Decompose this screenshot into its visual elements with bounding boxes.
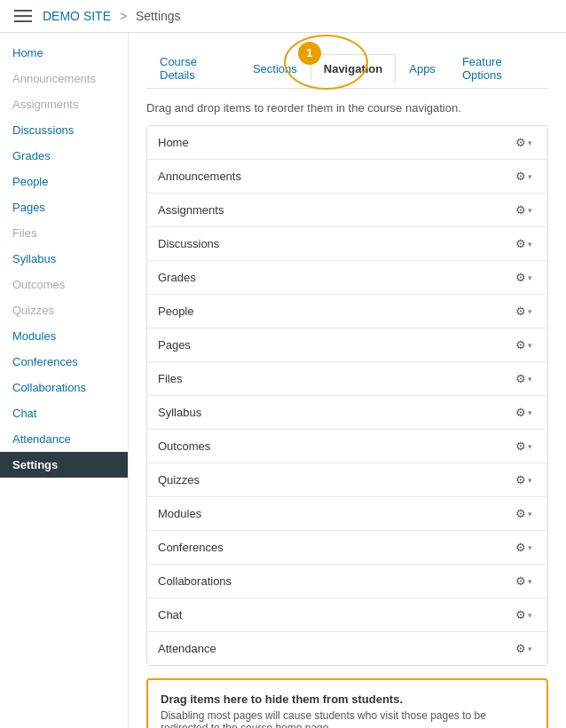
sidebar-item-discussions[interactable]: Discussions xyxy=(0,117,128,143)
nav-item: Outcomes ⚙ ▾ xyxy=(147,430,547,463)
nav-item-gear[interactable]: ⚙ ▾ xyxy=(511,471,537,489)
sidebar-item-assignments: Assignments xyxy=(0,91,128,117)
nav-item-actions: ⚙ ▾ xyxy=(511,167,537,186)
nav-item-label: Collaborations xyxy=(158,574,232,588)
gear-icon: ⚙ xyxy=(515,608,526,621)
nav-item-actions: ⚙ ▾ xyxy=(511,572,537,590)
step1-badge: 1 xyxy=(298,42,321,65)
sidebar-item-pages[interactable]: Pages xyxy=(0,194,128,220)
chevron-down-icon: ▾ xyxy=(528,577,532,586)
sidebar-item-settings[interactable]: Settings xyxy=(0,452,128,478)
nav-item-label: Outcomes xyxy=(158,439,210,453)
chevron-down-icon: ▾ xyxy=(528,375,532,384)
nav-item-label: Syllabus xyxy=(158,406,201,419)
hidden-section-title: Drag items here to hide them from studen… xyxy=(161,692,534,706)
sidebar-item-chat[interactable]: Chat xyxy=(0,400,128,426)
nav-item: Grades ⚙ ▾ xyxy=(147,261,547,295)
nav-item-gear[interactable]: ⚙ ▾ xyxy=(511,403,537,422)
chevron-down-icon: ▾ xyxy=(528,442,532,451)
nav-item: Attendance ⚙ ▾ xyxy=(147,632,547,665)
nav-item-gear[interactable]: ⚙ ▾ xyxy=(511,302,537,320)
sidebar-item-quizzes: Quizzes xyxy=(0,297,128,323)
breadcrumb: DEMO SITE > Settings xyxy=(43,9,181,23)
gear-icon: ⚙ xyxy=(515,439,526,453)
settings-tabs: Course Details Sections 1 Navigation App… xyxy=(146,47,548,89)
gear-icon: ⚙ xyxy=(515,237,526,250)
nav-item-actions: ⚙ ▾ xyxy=(511,234,537,253)
nav-item: Pages ⚙ ▾ xyxy=(147,328,547,362)
nav-item-label: Attendance xyxy=(158,642,216,655)
active-nav-list: Home ⚙ ▾ Announcements ⚙ ▾ Assignments ⚙… xyxy=(146,125,548,666)
nav-item-actions: ⚙ ▾ xyxy=(511,471,537,489)
nav-item-gear[interactable]: ⚙ ▾ xyxy=(511,336,537,354)
nav-item-gear[interactable]: ⚙ ▾ xyxy=(511,369,537,388)
tab-course-details[interactable]: Course Details xyxy=(146,47,240,89)
sidebar-item-grades[interactable]: Grades xyxy=(0,143,128,169)
sidebar-item-collaborations[interactable]: Collaborations xyxy=(0,375,128,400)
sidebar-item-outcomes: Outcomes xyxy=(0,272,128,297)
nav-item: Announcements ⚙ ▾ xyxy=(147,160,547,194)
main-content: Course Details Sections 1 Navigation App… xyxy=(129,33,566,728)
hamburger-menu[interactable] xyxy=(14,10,32,22)
sidebar-item-syllabus[interactable]: Syllabus xyxy=(0,246,128,272)
main-layout: HomeAnnouncementsAssignmentsDiscussionsG… xyxy=(0,33,566,728)
chevron-down-icon: ▾ xyxy=(528,341,532,350)
nav-item-label: Assignments xyxy=(158,203,224,217)
nav-item: People ⚙ ▾ xyxy=(147,295,547,328)
nav-item-gear[interactable]: ⚙ ▾ xyxy=(511,639,537,658)
hidden-section: Drag items here to hide them from studen… xyxy=(146,678,548,728)
nav-item-actions: ⚙ ▾ xyxy=(511,201,537,219)
chevron-down-icon: ▾ xyxy=(528,206,532,215)
nav-item-label: Conferences xyxy=(158,541,224,554)
nav-item-label: Grades xyxy=(158,271,196,284)
sidebar-item-announcements: Announcements xyxy=(0,66,128,91)
gear-icon: ⚙ xyxy=(515,473,526,487)
nav-item-gear[interactable]: ⚙ ▾ xyxy=(511,504,537,523)
sidebar-item-conferences[interactable]: Conferences xyxy=(0,349,128,375)
nav-item-gear[interactable]: ⚙ ▾ xyxy=(511,538,537,557)
nav-item-gear[interactable]: ⚙ ▾ xyxy=(511,268,537,287)
nav-item-label: Announcements xyxy=(158,170,241,183)
gear-icon: ⚙ xyxy=(515,507,526,520)
nav-item: Syllabus ⚙ ▾ xyxy=(147,396,547,430)
nav-instruction: Drag and drop items to reorder them in t… xyxy=(146,101,548,115)
nav-item-label: Chat xyxy=(158,608,182,621)
sidebar-item-people[interactable]: People xyxy=(0,169,128,194)
nav-item-actions: ⚙ ▾ xyxy=(511,133,537,152)
chevron-down-icon: ▾ xyxy=(528,611,532,620)
chevron-down-icon: ▾ xyxy=(528,543,532,552)
tab-feature-options[interactable]: Feature Options xyxy=(449,47,548,89)
nav-item-gear[interactable]: ⚙ ▾ xyxy=(511,167,537,186)
nav-item-actions: ⚙ ▾ xyxy=(511,302,537,320)
chevron-down-icon: ▾ xyxy=(528,240,532,249)
header: DEMO SITE > Settings xyxy=(0,0,566,33)
nav-item-actions: ⚙ ▾ xyxy=(511,369,537,388)
gear-icon: ⚙ xyxy=(515,170,526,183)
nav-item-gear[interactable]: ⚙ ▾ xyxy=(511,605,537,624)
nav-item-label: Discussions xyxy=(158,237,219,250)
sidebar-item-attendance[interactable]: Attendance xyxy=(0,426,128,452)
tab-apps[interactable]: Apps xyxy=(396,54,449,83)
nav-item-gear[interactable]: ⚙ ▾ xyxy=(511,133,537,152)
chevron-down-icon: ▾ xyxy=(528,476,532,485)
nav-item-actions: ⚙ ▾ xyxy=(511,504,537,523)
sidebar-item-modules[interactable]: Modules xyxy=(0,323,128,349)
chevron-down-icon: ▾ xyxy=(528,307,532,316)
nav-item-actions: ⚙ ▾ xyxy=(511,336,537,354)
nav-item-actions: ⚙ ▾ xyxy=(511,639,537,658)
nav-item-gear[interactable]: ⚙ ▾ xyxy=(511,572,537,590)
nav-item-gear[interactable]: ⚙ ▾ xyxy=(511,437,537,455)
gear-icon: ⚙ xyxy=(515,338,526,352)
gear-icon: ⚙ xyxy=(515,136,526,149)
nav-item: Collaborations ⚙ ▾ xyxy=(147,565,547,598)
nav-item-actions: ⚙ ▾ xyxy=(511,437,537,455)
nav-item: Quizzes ⚙ ▾ xyxy=(147,463,547,497)
nav-item: Discussions ⚙ ▾ xyxy=(147,227,547,261)
nav-item-label: Files xyxy=(158,372,182,385)
nav-item-gear[interactable]: ⚙ ▾ xyxy=(511,234,537,253)
nav-item-gear[interactable]: ⚙ ▾ xyxy=(511,201,537,219)
tab-navigation[interactable]: Navigation xyxy=(311,54,396,83)
sidebar-item-files: Files xyxy=(0,220,128,246)
sidebar: HomeAnnouncementsAssignmentsDiscussionsG… xyxy=(0,33,129,728)
sidebar-item-home[interactable]: Home xyxy=(0,40,128,66)
